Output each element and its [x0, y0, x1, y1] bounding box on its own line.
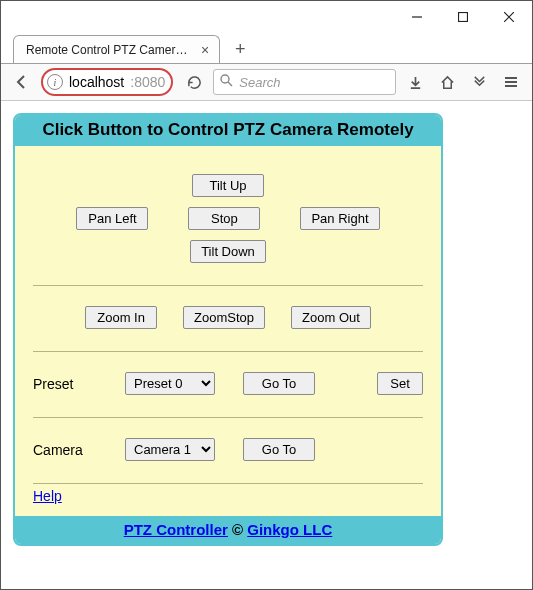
- camera-goto-button[interactable]: Go To: [243, 438, 315, 461]
- footer-app-link[interactable]: PTZ Controller: [124, 521, 228, 538]
- zoom-stop-button[interactable]: ZoomStop: [183, 306, 265, 329]
- stop-button[interactable]: Stop: [188, 207, 260, 230]
- window-close-button[interactable]: [486, 1, 532, 33]
- tab-strip: Remote Control PTZ Camera ... × +: [1, 33, 532, 63]
- reload-button[interactable]: [181, 68, 207, 96]
- close-tab-icon[interactable]: ×: [201, 43, 209, 57]
- copyright-symbol: ©: [232, 521, 243, 538]
- window-minimize-button[interactable]: [394, 1, 440, 33]
- url-port: :8080: [130, 74, 165, 90]
- search-placeholder: Search: [239, 75, 280, 90]
- browser-toolbar: i localhost:8080 Search: [1, 63, 532, 101]
- home-button[interactable]: [434, 69, 460, 95]
- url-host: localhost: [69, 74, 124, 90]
- search-box[interactable]: Search: [213, 69, 396, 95]
- window-titlebar: [1, 1, 532, 33]
- downloads-button[interactable]: [402, 69, 428, 95]
- page-viewport: Click Button to Control PTZ Camera Remot…: [1, 101, 532, 589]
- preset-section: Preset Preset 0 Go To Set: [33, 352, 423, 417]
- site-info-icon[interactable]: i: [47, 74, 63, 90]
- back-button[interactable]: [9, 69, 35, 95]
- preset-set-button[interactable]: Set: [377, 372, 423, 395]
- window-maximize-button[interactable]: [440, 1, 486, 33]
- camera-section: Camera Camera 1 Go To: [33, 418, 423, 483]
- new-tab-button[interactable]: +: [226, 35, 254, 63]
- pan-right-button[interactable]: Pan Right: [300, 207, 379, 230]
- panel-footer: PTZ Controller © Ginkgo LLC: [15, 516, 441, 544]
- help-link[interactable]: Help: [33, 488, 62, 504]
- zoom-section: Zoom In ZoomStop Zoom Out: [33, 286, 423, 351]
- camera-label: Camera: [33, 442, 125, 458]
- overflow-button[interactable]: [466, 69, 492, 95]
- zoom-in-button[interactable]: Zoom In: [85, 306, 157, 329]
- hamburger-menu-button[interactable]: [498, 69, 524, 95]
- browser-tab[interactable]: Remote Control PTZ Camera ... ×: [13, 35, 220, 63]
- pan-left-button[interactable]: Pan Left: [76, 207, 148, 230]
- panel-title: Click Button to Control PTZ Camera Remot…: [15, 115, 441, 146]
- ptz-panel: Click Button to Control PTZ Camera Remot…: [13, 113, 443, 546]
- zoom-out-button[interactable]: Zoom Out: [291, 306, 371, 329]
- svg-rect-0: [459, 12, 468, 21]
- help-section: Help: [33, 484, 423, 512]
- preset-label: Preset: [33, 376, 125, 392]
- tilt-up-button[interactable]: Tilt Up: [192, 174, 264, 197]
- tilt-down-button[interactable]: Tilt Down: [190, 240, 266, 263]
- camera-select[interactable]: Camera 1: [125, 438, 215, 461]
- tab-title: Remote Control PTZ Camera ...: [26, 43, 191, 57]
- svg-point-1: [221, 75, 229, 83]
- address-bar[interactable]: i localhost:8080: [41, 68, 173, 96]
- tilt-pan-section: Tilt Up Pan Left Stop Pan Right Tilt Dow…: [33, 154, 423, 285]
- search-icon: [220, 74, 233, 90]
- preset-goto-button[interactable]: Go To: [243, 372, 315, 395]
- preset-select[interactable]: Preset 0: [125, 372, 215, 395]
- footer-company-link[interactable]: Ginkgo LLC: [247, 521, 332, 538]
